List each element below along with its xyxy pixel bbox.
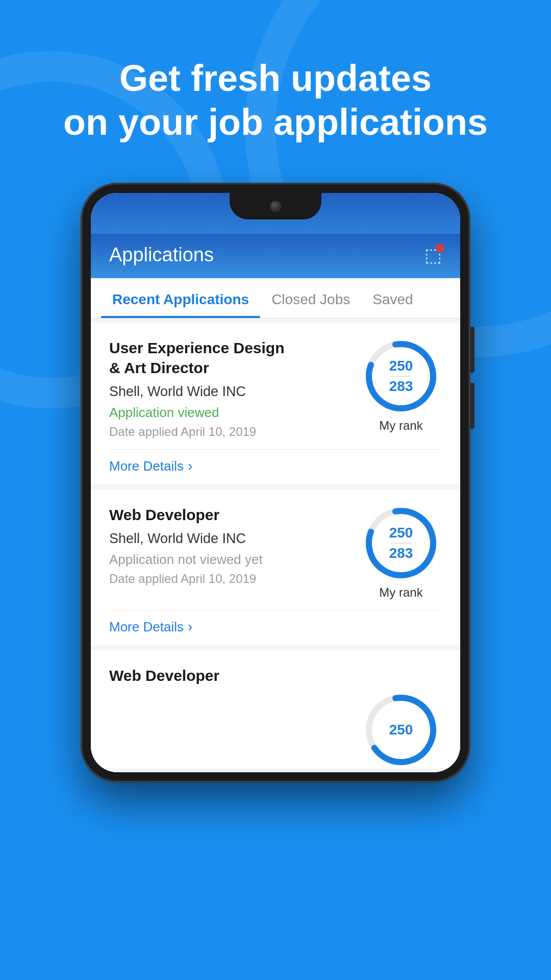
application-card-1: User Experience Design& Art Director She… — [91, 323, 460, 484]
status-badge-2: Application not viewed yet — [109, 552, 350, 568]
job-title-2: Web Developer — [109, 505, 350, 525]
application-card-2: Web Developer Shell, World Wide INC Appl… — [91, 489, 460, 645]
card-info-2: Web Developer Shell, World Wide INC Appl… — [109, 505, 360, 586]
card-top-1: User Experience Design& Art Director She… — [109, 338, 442, 439]
company-1: Shell, World Wide INC — [109, 384, 350, 400]
date-applied-1: Date applied April 10, 2019 — [109, 425, 350, 439]
hero-section: Get fresh updates on your job applicatio… — [0, 56, 551, 144]
rank-circle-3: 250 — [363, 692, 439, 768]
more-details-row-2: More Details › — [109, 610, 442, 635]
more-details-link-1[interactable]: More Details — [109, 458, 184, 474]
chevron-right-icon-1: › — [188, 458, 192, 474]
status-badge-1: Application viewed — [109, 405, 350, 421]
company-2: Shell, World Wide INC — [109, 531, 350, 547]
rank-circle-wrapper-2: 250 283 My rank — [360, 505, 442, 600]
tabs-bar: Recent Applications Closed Jobs Saved — [91, 278, 460, 318]
card-top-2: Web Developer Shell, World Wide INC Appl… — [109, 505, 442, 600]
rank-divider-2 — [391, 543, 411, 544]
more-details-link-2[interactable]: More Details — [109, 619, 184, 635]
tab-closed-jobs[interactable]: Closed Jobs — [260, 278, 361, 318]
card-info-1: User Experience Design& Art Director She… — [109, 338, 360, 439]
notification-button[interactable]: ⬚ — [424, 246, 442, 264]
job-title-3: Web Developer — [109, 666, 442, 685]
date-applied-2: Date applied April 10, 2019 — [109, 572, 350, 586]
rank-divider-1 — [391, 376, 411, 377]
rank-numbers-1: 250 283 — [389, 358, 413, 395]
tab-recent-applications[interactable]: Recent Applications — [101, 278, 260, 318]
rank-circle-wrapper-3: 250 — [360, 692, 442, 768]
phone-notch-bar — [91, 193, 460, 234]
camera-dot — [270, 201, 281, 212]
phone-notch — [230, 193, 321, 219]
more-details-row-1: More Details › — [109, 449, 442, 474]
rank-circle-wrapper-1: 250 283 My rank — [360, 338, 442, 433]
rank-numbers-3: 250 — [389, 722, 413, 738]
rank-label-1: My rank — [379, 419, 422, 433]
job-title-1: User Experience Design& Art Director — [109, 338, 350, 378]
phone-mockup: Applications ⬚ Recent Applications Close… — [82, 184, 469, 781]
phone-screen: Applications ⬚ Recent Applications Close… — [91, 193, 460, 772]
notification-badge — [436, 244, 444, 252]
hero-line2: on your job applications — [63, 102, 488, 142]
tab-saved[interactable]: Saved — [361, 278, 424, 318]
rank-circle-1: 250 283 — [363, 338, 439, 414]
chevron-right-icon-2: › — [188, 619, 192, 635]
application-card-3-partial: Web Developer 250 — [91, 650, 460, 768]
phone-shell: Applications ⬚ Recent Applications Close… — [82, 184, 469, 781]
app-title: Applications — [109, 244, 214, 266]
rank-numbers-2: 250 283 — [389, 525, 413, 561]
app-header: Applications ⬚ — [91, 234, 460, 278]
rank-circle-2: 250 283 — [363, 505, 439, 581]
applications-list: User Experience Design& Art Director She… — [91, 318, 460, 772]
hero-line1: Get fresh updates — [119, 58, 432, 99]
rank-label-2: My rank — [379, 585, 422, 600]
